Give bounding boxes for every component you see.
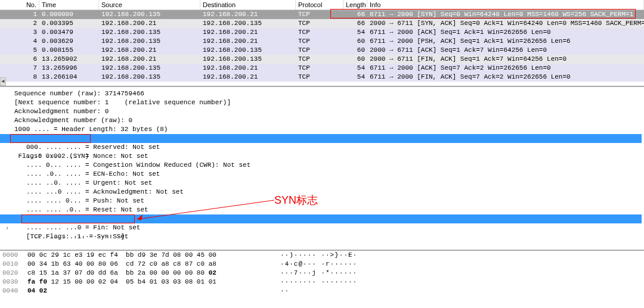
- packet-cell: 192.168.200.21: [200, 64, 296, 73]
- detail-flag-ecn: .... .0.. .... = ECN-Echo: Not set: [2, 170, 642, 179]
- packet-cell: 2000 → 6711 [SYN, ACK] Seq=0 Ack=1 Win=6…: [367, 19, 644, 28]
- col-header-protocol[interactable]: Protocol: [296, 0, 343, 10]
- detail-flag-reserved: 000. .... .... = Reserved: Not set: [2, 143, 642, 152]
- packet-cell: 192.168.200.135: [99, 10, 200, 19]
- packet-cell: 13.265902: [39, 55, 99, 64]
- packet-cell: 6711 → 2000 [PSH, ACK] Seq=1 Ack=1 Win=2…: [367, 37, 644, 46]
- packet-cell: 2000 → 6711 [FIN, ACK] Seq=1 Ack=7 Win=6…: [367, 55, 644, 64]
- col-header-no[interactable]: No.: [0, 0, 39, 10]
- detail-flag-rst: .... .... .0.. = Reset: Not set: [2, 206, 642, 214]
- packet-cell: 66: [343, 19, 367, 28]
- packet-cell: 54: [343, 28, 367, 37]
- packet-cell: TCP: [296, 46, 343, 55]
- packet-row[interactable]: 713.265996192.168.200.135192.168.200.21T…: [0, 64, 644, 73]
- packet-cell: 4: [0, 37, 39, 46]
- detail-flag-cwr: .... 0... .... = Congestion Window Reduc…: [2, 161, 642, 170]
- col-header-time[interactable]: Time: [39, 0, 99, 10]
- packet-cell: 192.168.200.21: [99, 19, 200, 28]
- chevron-left-icon: ◄: [1, 79, 4, 85]
- packet-list-pane[interactable]: No. Time Source Destination Protocol Len…: [0, 0, 644, 87]
- packet-cell: 54: [343, 73, 367, 82]
- packet-cell: 0.003395: [39, 19, 99, 28]
- packet-cell: 60: [343, 37, 367, 46]
- packet-cell: 6711 → 2000 [FIN, ACK] Seq=7 Ack=2 Win=2…: [367, 73, 644, 82]
- packet-row[interactable]: 20.003395192.168.200.21192.168.200.135TC…: [0, 19, 644, 28]
- detail-flag-ack: .... ...0 .... = Acknowledgment: Not set: [2, 188, 642, 197]
- packet-details-pane[interactable]: Sequence number (raw): 3714759466 [Next …: [0, 87, 644, 251]
- packet-cell: 192.168.200.135: [200, 19, 296, 28]
- detail-flag-syn[interactable]: › .... .... ..1. = Syn: Set: [0, 214, 642, 223]
- packet-cell: 6711 → 2000 [SYN] Seq=0 Win=64240 Len=0 …: [367, 10, 644, 19]
- detail-flags-text: Flags: 0x002 (SYN): [18, 153, 89, 160]
- packet-cell: TCP: [296, 28, 343, 37]
- packet-cell: 13.265996: [39, 64, 99, 73]
- hex-row[interactable]: 0020c8 15 1a 37 07 d0 dd 6a bb 2a 00 00 …: [0, 269, 644, 278]
- packet-cell: 54: [343, 64, 367, 73]
- hex-ascii: ··: [274, 287, 289, 295]
- packet-cell: 13.266104: [39, 73, 99, 82]
- packet-cell: 192.168.200.21: [99, 55, 200, 64]
- hex-bytes: 00 34 1b 63 40 00 80 06 cd 72 c0 a8 c8 8…: [24, 260, 274, 269]
- hex-row[interactable]: 004004 02··: [0, 287, 644, 295]
- packet-cell: 5: [0, 46, 39, 55]
- packet-cell: 192.168.200.21: [200, 73, 296, 82]
- hex-offset: 0000: [0, 251, 24, 260]
- packet-cell: 192.168.200.135: [200, 55, 296, 64]
- hex-offset: 0020: [0, 269, 24, 278]
- detail-ack-raw: Acknowledgment number (raw): 0: [2, 116, 642, 125]
- packet-cell: 1: [0, 10, 39, 19]
- packet-row[interactable]: 30.003479192.168.200.135192.168.200.21TC…: [0, 28, 644, 37]
- packet-cell: 66: [343, 10, 367, 19]
- packet-cell: 0.008155: [39, 46, 99, 55]
- detail-seq-raw: Sequence number (raw): 3714759466: [2, 89, 642, 98]
- packet-list-header: No. Time Source Destination Protocol Len…: [0, 0, 644, 10]
- packet-cell: 192.168.200.135: [99, 28, 200, 37]
- hex-ascii: ········ ········: [274, 278, 357, 287]
- detail-header-len: 1000 .... = Header Length: 32 bytes (8): [2, 125, 642, 134]
- packet-cell: 6711 → 2000 [ACK] Seq=7 Ack=2 Win=262656…: [367, 64, 644, 73]
- packet-row[interactable]: 613.265902192.168.200.21192.168.200.135T…: [0, 55, 644, 64]
- packet-cell: 192.168.200.21: [200, 10, 296, 19]
- packet-row[interactable]: 50.008155192.168.200.21192.168.200.135TC…: [0, 46, 644, 55]
- hex-ascii: ·4·c@··· ·r······: [274, 260, 357, 269]
- hex-row[interactable]: 0030fa f0 12 15 00 00 02 04 05 b4 01 03 …: [0, 278, 644, 287]
- packet-cell: 60: [343, 55, 367, 64]
- packet-cell: TCP: [296, 64, 343, 73]
- packet-cell: 6711 → 2000 [ACK] Seq=1 Ack=1 Win=262656…: [367, 28, 644, 37]
- col-header-destination[interactable]: Destination: [200, 0, 296, 10]
- hex-ascii: ···7···j ·*······: [274, 269, 357, 278]
- packet-row[interactable]: 10.000000192.168.200.135192.168.200.21TC…: [0, 10, 644, 19]
- packet-cell: 192.168.200.135: [99, 73, 200, 82]
- hex-row[interactable]: 000000 0c 29 1c e3 19 ec f4 bb d9 3e 7d …: [0, 251, 644, 260]
- packet-cell: TCP: [296, 19, 343, 28]
- col-header-info[interactable]: Info: [367, 0, 644, 10]
- col-header-length[interactable]: Length: [343, 0, 367, 10]
- packet-cell: 0.003629: [39, 37, 99, 46]
- detail-flags-header[interactable]: ∨ Flags: 0x002 (SYN): [0, 134, 642, 143]
- scroll-left-arrow-icon[interactable]: ◄: [0, 77, 6, 86]
- detail-ack-num: Acknowledgment number: 0: [2, 107, 642, 116]
- hex-offset: 0030: [0, 278, 24, 287]
- col-header-source[interactable]: Source: [99, 0, 200, 10]
- detail-flag-psh: .... .... 0... = Push: Not set: [2, 197, 642, 206]
- packet-cell: 192.168.200.21: [200, 37, 296, 46]
- detail-flag-fin: .... .... ...0 = Fin: Not set: [2, 223, 642, 232]
- packet-row[interactable]: 813.266104192.168.200.135192.168.200.21T…: [0, 73, 644, 82]
- hex-offset: 0040: [0, 287, 24, 295]
- packet-cell: TCP: [296, 37, 343, 46]
- packet-cell: 6: [0, 55, 39, 64]
- hex-dump-pane[interactable]: 000000 0c 29 1c e3 19 ec f4 bb d9 3e 7d …: [0, 251, 644, 308]
- packet-cell: 2: [0, 19, 39, 28]
- packet-cell: 60: [343, 46, 367, 55]
- packet-cell: 7: [0, 64, 39, 73]
- hex-row[interactable]: 001000 34 1b 63 40 00 80 06 cd 72 c0 a8 …: [0, 260, 644, 269]
- detail-next-seq: [Next sequence number: 1 (relative seque…: [2, 98, 642, 107]
- detail-flag-syn-text: .... .... ..1. = Syn: Set: [18, 233, 128, 240]
- tree-expand-icon[interactable]: ›: [4, 223, 11, 232]
- packet-cell: TCP: [296, 73, 343, 82]
- detail-flag-nonce: ...0 .... .... = Nonce: Not set: [2, 152, 642, 161]
- packet-row[interactable]: 40.003629192.168.200.135192.168.200.21TC…: [0, 37, 644, 46]
- packet-cell: TCP: [296, 10, 343, 19]
- packet-cell: 3: [0, 28, 39, 37]
- packet-cell: 192.168.200.135: [200, 46, 296, 55]
